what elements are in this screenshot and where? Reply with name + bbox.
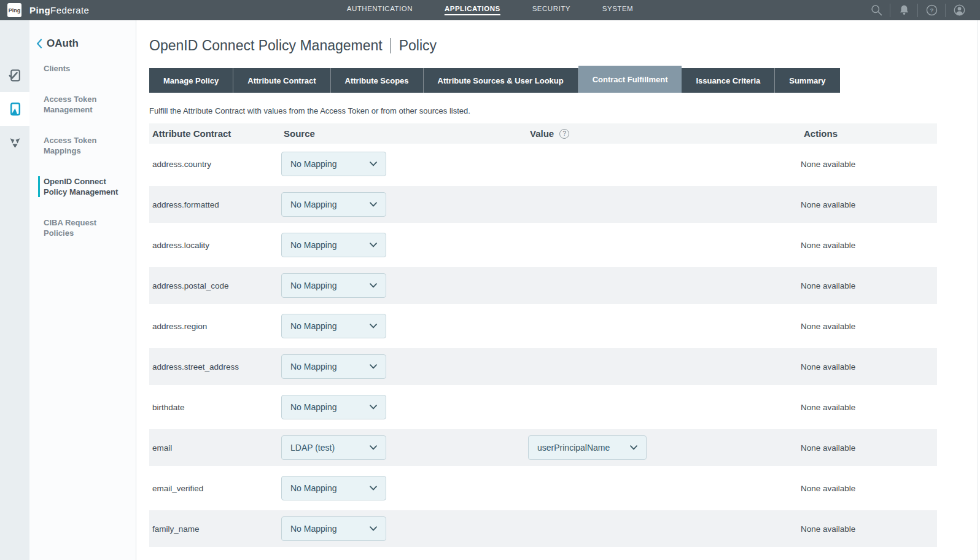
- source-dropdown[interactable]: No Mapping: [281, 395, 386, 419]
- token-mappings-icon[interactable]: [0, 126, 29, 160]
- sidebar-items: ClientsAccess Token ManagementAccess Tok…: [29, 63, 136, 238]
- dropdown-selected-value: userPrincipalName: [537, 443, 610, 453]
- actions-text: None available: [801, 362, 937, 371]
- attribute-name: address.locality: [149, 241, 281, 250]
- source-cell: No Mapping: [281, 354, 527, 379]
- attribute-name: address.region: [149, 322, 281, 331]
- value-cell: userPrincipalName: [527, 435, 801, 460]
- chevron-down-icon: [370, 202, 377, 207]
- table-row: address.postal_codeNo MappingNone availa…: [149, 265, 937, 306]
- table-row: birthdateNo MappingNone available: [149, 387, 937, 427]
- sidebar-item-clients[interactable]: Clients: [38, 63, 123, 74]
- ping-logo: Ping: [7, 3, 21, 17]
- tab-attribute-scopes[interactable]: Attribute Scopes: [331, 68, 424, 93]
- topbar-nav: AUTHENTICATIONAPPLICATIONSSECURITYSYSTEM: [347, 5, 633, 15]
- dropdown-selected-value: No Mapping: [290, 483, 337, 493]
- actions-text: None available: [801, 200, 937, 209]
- tab-contract-fulfillment[interactable]: Contract Fulfillment: [578, 66, 682, 93]
- chevron-down-icon: [630, 445, 637, 450]
- tab-attribute-sources-user-lookup[interactable]: Attribute Sources & User Lookup: [424, 68, 578, 93]
- sidebar-item-access-token-mappings[interactable]: Access Token Mappings: [38, 135, 123, 156]
- source-cell: No Mapping: [281, 273, 527, 298]
- source-cell: No Mapping: [281, 314, 527, 338]
- source-dropdown[interactable]: No Mapping: [281, 152, 386, 176]
- value-dropdown[interactable]: userPrincipalName: [528, 435, 647, 460]
- dropdown-selected-value: No Mapping: [290, 362, 337, 371]
- page-title-sub: Policy: [399, 37, 437, 54]
- table-body: address.countryNo MappingNone availablea…: [149, 144, 937, 549]
- dropdown-selected-value: LDAP (test): [290, 443, 335, 453]
- page-description: Fulfill the Attribute Contract with valu…: [149, 106, 980, 115]
- chevron-down-icon: [370, 243, 377, 247]
- table-row: address.street_addressNo MappingNone ava…: [149, 346, 937, 387]
- page-title: OpenID Connect Policy Management Policy: [149, 36, 980, 56]
- topnav-security[interactable]: SECURITY: [532, 5, 570, 15]
- source-dropdown[interactable]: No Mapping: [281, 192, 386, 217]
- tab-bar: Manage PolicyAttribute ContractAttribute…: [149, 66, 980, 93]
- source-dropdown[interactable]: No Mapping: [281, 516, 386, 541]
- top-bar: Ping PingFederate AUTHENTICATIONAPPLICAT…: [0, 0, 980, 20]
- help-icon[interactable]: ?: [925, 4, 938, 17]
- clients-check-icon[interactable]: [0, 58, 29, 92]
- header-value-label: Value: [530, 128, 554, 139]
- actions-text: None available: [801, 281, 937, 290]
- access-token-book-icon[interactable]: [0, 92, 29, 126]
- attribute-name: family_name: [149, 524, 281, 534]
- source-cell: No Mapping: [281, 395, 527, 419]
- source-dropdown[interactable]: No Mapping: [281, 476, 386, 500]
- tab-attribute-contract[interactable]: Attribute Contract: [233, 68, 330, 93]
- sidebar-section-title: OAuth: [47, 37, 79, 50]
- source-dropdown[interactable]: LDAP (test): [281, 435, 386, 460]
- chevron-down-icon: [370, 161, 377, 166]
- source-cell: No Mapping: [281, 192, 527, 217]
- attribute-name: email: [149, 443, 281, 453]
- tab-issuance-criteria[interactable]: Issuance Criteria: [682, 68, 775, 93]
- sidebar-item-ciba-request-policies[interactable]: CIBA Request Policies: [38, 217, 123, 238]
- dropdown-selected-value: No Mapping: [290, 159, 337, 169]
- tab-manage-policy[interactable]: Manage Policy: [149, 68, 233, 93]
- notifications-bell-icon[interactable]: [897, 4, 911, 17]
- topnav-authentication[interactable]: AUTHENTICATION: [347, 5, 413, 15]
- actions-text: None available: [801, 443, 937, 453]
- sidebar-back-oauth[interactable]: OAuth: [29, 37, 136, 50]
- source-cell: No Mapping: [281, 233, 527, 257]
- chevron-down-icon: [370, 445, 377, 450]
- dropdown-selected-value: No Mapping: [290, 240, 337, 250]
- svg-text:?: ?: [930, 7, 933, 14]
- dropdown-selected-value: No Mapping: [290, 321, 337, 331]
- account-icon[interactable]: [952, 4, 966, 17]
- actions-text: None available: [801, 322, 937, 331]
- main-content: OpenID Connect Policy Management Policy …: [136, 20, 980, 560]
- header-value: Value ?: [527, 128, 801, 139]
- topnav-applications[interactable]: APPLICATIONS: [445, 5, 500, 15]
- header-attribute-contract: Attribute Contract: [149, 128, 281, 139]
- brand-bold: Ping: [29, 5, 50, 15]
- search-icon[interactable]: [869, 4, 883, 17]
- actions-text: None available: [801, 241, 937, 250]
- source-dropdown[interactable]: No Mapping: [281, 273, 386, 298]
- brand-light: Federate: [50, 5, 89, 15]
- tab-summary[interactable]: Summary: [775, 68, 839, 93]
- source-dropdown[interactable]: No Mapping: [281, 354, 386, 379]
- icon-divider: [890, 4, 890, 17]
- scrollbar-track[interactable]: [978, 20, 978, 560]
- topnav-system[interactable]: SYSTEM: [602, 5, 633, 15]
- sidebar: OAuth ClientsAccess Token ManagementAcce…: [29, 20, 136, 560]
- source-cell: No Mapping: [281, 152, 527, 176]
- attribute-name: address.formatted: [149, 200, 281, 209]
- app-body: OAuth ClientsAccess Token ManagementAcce…: [0, 20, 980, 560]
- table-row: family_nameNo MappingNone available: [149, 508, 937, 549]
- source-dropdown[interactable]: No Mapping: [281, 233, 386, 257]
- table-row: address.formattedNo MappingNone availabl…: [149, 184, 937, 225]
- attribute-name: email_verified: [149, 484, 281, 493]
- actions-text: None available: [801, 160, 937, 169]
- dropdown-selected-value: No Mapping: [290, 524, 337, 534]
- value-help-icon[interactable]: ?: [559, 129, 569, 139]
- chevron-left-icon: [36, 39, 42, 49]
- source-dropdown[interactable]: No Mapping: [281, 314, 386, 338]
- chevron-down-icon: [370, 283, 377, 288]
- sidebar-item-openid-connect-policy-management[interactable]: OpenID Connect Policy Management: [38, 176, 123, 197]
- attribute-name: birthdate: [149, 403, 281, 412]
- sidebar-item-access-token-management[interactable]: Access Token Management: [38, 94, 123, 115]
- chevron-down-icon: [370, 486, 377, 491]
